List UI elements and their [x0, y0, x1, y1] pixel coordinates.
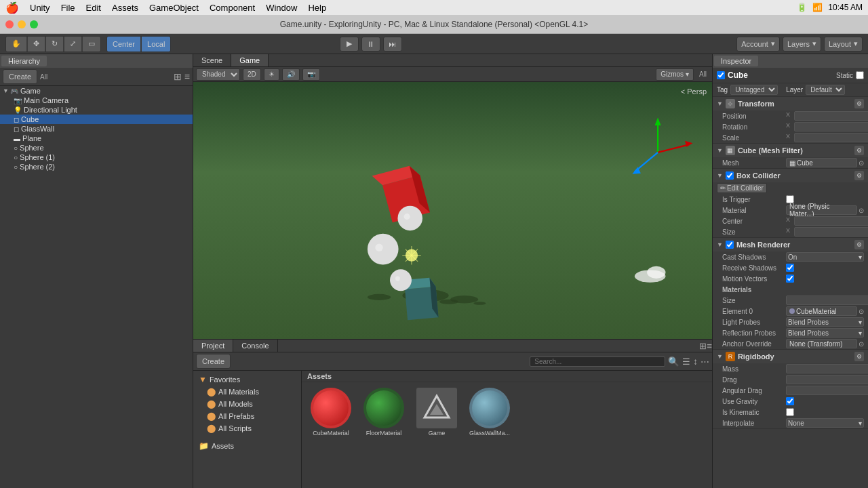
materials-size-input[interactable]: 1	[786, 296, 868, 305]
reflection-probes-dropdown[interactable]: Blend Probes ▾	[786, 328, 864, 338]
layers-dropdown[interactable]: Layers▾	[783, 37, 821, 52]
collider-material-pick[interactable]: ⊙	[859, 207, 864, 214]
close-window-btn[interactable]	[5, 20, 14, 28]
scene-tab[interactable]: Scene	[193, 54, 231, 66]
mass-input[interactable]: 1	[786, 364, 868, 373]
menu-assets[interactable]: Assets	[112, 3, 138, 13]
hierarchy-more-btn[interactable]: ≡	[184, 71, 190, 82]
rotation-x-input[interactable]: 45	[794, 122, 868, 131]
box-collider-gear-btn[interactable]: ⚙	[854, 171, 864, 180]
effects-btn[interactable]: 📷	[302, 68, 320, 81]
hierarchy-item-main-camera[interactable]: 📷 Main Camera	[0, 96, 193, 105]
mesh-filter-gear-btn[interactable]: ⚙	[854, 146, 864, 155]
receive-shadows-checkbox[interactable]	[786, 264, 794, 272]
transform-header[interactable]: ▼ ⊹ Transform ⚙	[713, 97, 868, 110]
asset-floor-material[interactable]: FloorMaterial	[360, 388, 408, 483]
console-tab[interactable]: Console	[233, 340, 277, 352]
hierarchy-item-directional-light[interactable]: 💡 Directional Light	[0, 105, 193, 115]
hierarchy-all[interactable]: All	[40, 73, 47, 81]
menu-file[interactable]: File	[61, 3, 75, 13]
maximize-window-btn[interactable]	[30, 20, 38, 28]
hand-tool-btn[interactable]: ✋	[6, 37, 26, 52]
scale-x-input[interactable]: 1	[794, 133, 868, 142]
box-collider-enable-checkbox[interactable]	[726, 171, 734, 180]
move-tool-btn[interactable]: ✥	[28, 37, 45, 52]
menu-edit[interactable]: Edit	[86, 3, 101, 13]
project-search-btn[interactable]: 🔍	[668, 357, 679, 367]
size-x-input[interactable]: 1	[794, 227, 868, 237]
hierarchy-item-sphere[interactable]: ○ Sphere	[0, 143, 193, 152]
menu-component[interactable]: Component	[210, 3, 255, 13]
menu-gameobject[interactable]: GameObject	[149, 3, 199, 13]
inspector-tab[interactable]: Inspector	[714, 56, 758, 66]
mesh-filter-header[interactable]: ▼ ▦ Cube (Mesh Filter) ⚙	[713, 144, 868, 157]
scale-tool-btn[interactable]: ⤢	[64, 37, 81, 52]
hierarchy-item-glasswall[interactable]: ◻ GlassWall	[0, 124, 193, 134]
project-create-btn[interactable]: Create	[196, 354, 231, 369]
all-scripts-item[interactable]: ⬤ All Scripts	[196, 422, 298, 434]
rotate-tool-btn[interactable]: ↻	[46, 37, 63, 52]
element-0-ref[interactable]: CubeMaterial	[786, 306, 857, 316]
mesh-renderer-gear-btn[interactable]: ⚙	[854, 240, 864, 249]
center-x-input[interactable]: 0	[794, 216, 868, 226]
hierarchy-item-sphere-1[interactable]: ○ Sphere (1)	[0, 152, 193, 162]
hierarchy-tab[interactable]: Hierarchy	[1, 56, 47, 66]
project-toggle-btn[interactable]: ☰	[682, 357, 690, 367]
mesh-renderer-header[interactable]: ▼ Mesh Renderer ⚙	[713, 238, 868, 251]
element-0-pick[interactable]: ⊙	[859, 308, 864, 315]
hierarchy-lock-btn[interactable]: ⊞	[174, 71, 182, 82]
menu-window[interactable]: Window	[266, 3, 297, 13]
menu-help[interactable]: Help	[308, 3, 326, 13]
angular-drag-input[interactable]: 0.05	[786, 386, 868, 395]
project-sort-btn[interactable]: ↕	[693, 357, 698, 367]
asset-glasswallma[interactable]: GlassWallMa...	[466, 388, 513, 483]
object-active-checkbox[interactable]	[717, 71, 725, 79]
anchor-override-ref[interactable]: None (Transform)	[786, 339, 857, 348]
cast-shadows-dropdown[interactable]: On ▾	[786, 252, 864, 262]
account-dropdown[interactable]: Account▾	[736, 37, 780, 52]
tag-dropdown[interactable]: Untagged	[730, 85, 778, 95]
project-more-btn[interactable]: ⋯	[701, 357, 709, 367]
drag-input[interactable]: 0	[786, 375, 868, 384]
collider-material-ref[interactable]: None (Physic Mater...)	[786, 205, 857, 215]
box-collider-header[interactable]: ▼ Box Collider ⚙	[713, 169, 868, 182]
all-materials-item[interactable]: ⬤ All Materials	[196, 386, 298, 398]
viewport[interactable]: < Persp	[193, 82, 712, 339]
layout-dropdown[interactable]: Layout▾	[824, 37, 863, 52]
mesh-renderer-enable-checkbox[interactable]	[726, 241, 734, 249]
asset-cube-material[interactable]: CubeMaterial	[307, 388, 355, 483]
rigidbody-gear-btn[interactable]: ⚙	[854, 352, 864, 361]
light-probes-dropdown[interactable]: Blend Probes ▾	[786, 317, 864, 327]
layer-dropdown[interactable]: Default	[806, 85, 845, 95]
assets-section[interactable]: 📁 Assets	[196, 440, 298, 452]
asset-game[interactable]: Game	[413, 388, 460, 483]
shading-dropdown[interactable]: Shaded	[196, 68, 240, 81]
hierarchy-create-btn[interactable]: Create	[3, 69, 37, 84]
pivot-center-btn[interactable]: Center	[107, 37, 140, 52]
apple-menu[interactable]: 🍎	[5, 1, 19, 14]
edit-collider-btn[interactable]: ✏ Edit Collider	[717, 183, 767, 193]
bottom-panel-lock-btn[interactable]: ⊞	[699, 340, 707, 352]
pivot-local-btn[interactable]: Local	[142, 37, 170, 52]
hierarchy-item-game[interactable]: ▼ 🎮 Game	[0, 86, 193, 96]
static-checkbox[interactable]	[856, 71, 864, 79]
is-kinematic-checkbox[interactable]	[786, 408, 794, 416]
transform-gear-btn[interactable]: ⚙	[854, 99, 864, 108]
hierarchy-item-cube[interactable]: ◻ Cube	[0, 115, 193, 124]
project-search-input[interactable]	[530, 357, 665, 367]
mesh-pick-btn[interactable]: ⊙	[859, 159, 864, 167]
play-btn[interactable]: ▶	[340, 37, 359, 52]
pause-btn[interactable]: ⏸	[361, 37, 380, 52]
hierarchy-item-plane[interactable]: ▬ Plane	[0, 134, 193, 143]
bottom-panel-more-btn[interactable]: ≡	[707, 340, 712, 352]
2d-btn[interactable]: 2D	[243, 68, 261, 81]
all-models-item[interactable]: ⬤ All Models	[196, 398, 298, 410]
motion-vectors-checkbox[interactable]	[786, 274, 794, 283]
use-gravity-checkbox[interactable]	[786, 397, 794, 405]
gizmos-btn[interactable]: Gizmos ▾	[656, 68, 694, 81]
position-x-input[interactable]: 0	[794, 111, 868, 121]
interpolate-dropdown[interactable]: None ▾	[786, 418, 864, 428]
mesh-ref[interactable]: ▦ Cube	[786, 158, 857, 167]
rigidbody-header[interactable]: ▼ R Rigidbody ⚙	[713, 350, 868, 363]
anchor-override-pick[interactable]: ⊙	[859, 340, 864, 348]
